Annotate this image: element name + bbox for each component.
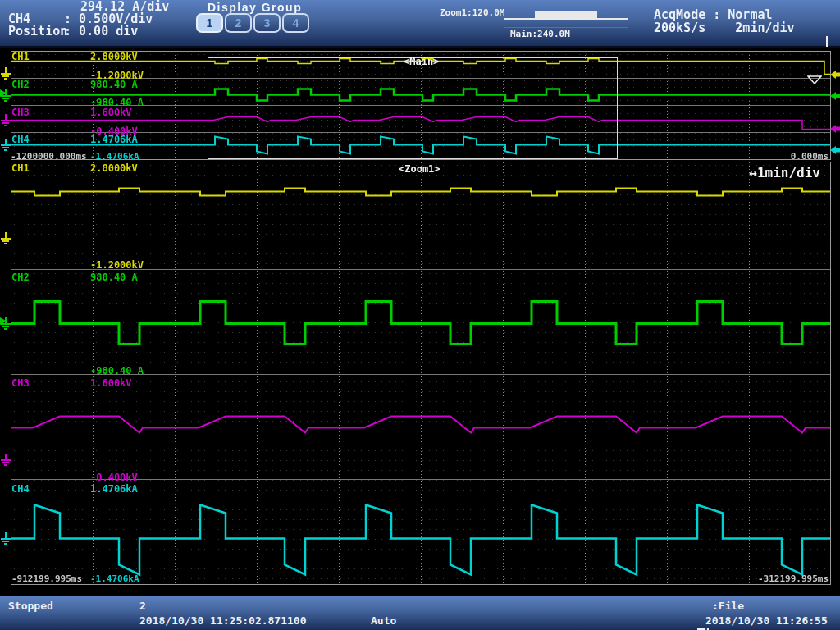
header-bar: 294.12 A/div CH4 : 0.500V/div Position :…: [0, 0, 840, 48]
zoom-ch1-ground-icon: [0, 232, 11, 244]
sample-rate-text: 200kS/s 2min/div: [654, 22, 795, 34]
zoom-ch1-label: CH1: [11, 163, 30, 173]
zoom-ch3-bottom-value: -0.400kV: [90, 472, 138, 482]
zoom-timebase-label: ↔1min/div: [749, 167, 820, 180]
main-left-timestamp: -1200000.000ms: [11, 152, 87, 161]
zoom-ch4-ground-icon: [0, 532, 11, 545]
main-view-title: <Main>: [404, 57, 439, 66]
main-ch1-ground-icon: [0, 67, 11, 80]
main-range-label: Main:240.0M: [510, 30, 570, 39]
zoom1-window-box[interactable]: [208, 57, 618, 159]
main-ch3-label: CH3: [11, 107, 30, 117]
position-label: Position: [8, 25, 67, 38]
zoom-ch3-label: CH3: [11, 378, 30, 388]
zoom-view-title: <Zoom1>: [399, 164, 441, 174]
main-ch3-top-value: 1.600kV: [90, 107, 132, 117]
main-ch4-bottom-value: -1.4706kA: [90, 152, 139, 161]
ch4-position-marker[interactable]: [830, 145, 840, 155]
zoom-ch3-ground-icon: [0, 454, 11, 466]
acquisition-datetime: 2018/10/30 11:25:02.871100: [139, 615, 307, 626]
display-group-button-4[interactable]: 4: [282, 13, 309, 33]
zoom-ch4-bottom-value: -1.4706kA: [90, 574, 139, 583]
main-ch4-top-value: 1.4706kA: [90, 135, 138, 144]
system-datetime: 2018/10/30 11:26:55: [705, 615, 828, 626]
main-ch3-ground-icon: [0, 114, 11, 126]
scope-screen: 294.12 A/div CH4 : 0.500V/div Position :…: [0, 0, 840, 630]
acquisition-state: Stopped: [8, 600, 53, 611]
status-bar: Stopped 2 2018/10/30 11:25:02.871100 Aut…: [0, 596, 840, 630]
display-group-button-2[interactable]: 2: [225, 13, 252, 33]
main-ch4-ground-icon: [0, 139, 11, 151]
zoom-ch2-label: CH2: [11, 272, 30, 282]
zoom-ch2-bottom-value: -980.40 A: [90, 366, 144, 376]
display-group-label: Display Group: [208, 2, 302, 13]
zoom-ch3-top-value: 1.600kV: [90, 378, 132, 388]
main-ch2-top-value: 980.40 A: [90, 80, 138, 89]
trigger-position-marker[interactable]: [807, 49, 839, 111]
main-ch2-label: CH2: [11, 80, 30, 89]
display-group-button-1[interactable]: 1: [196, 13, 223, 33]
zoom-bar-midline: [504, 18, 628, 20]
zoom-position-bar[interactable]: [504, 9, 628, 28]
zoom-right-timestamp: -312199.995ms: [758, 574, 829, 583]
trigger-mode: Auto: [371, 615, 396, 626]
file-label: :File: [712, 600, 744, 611]
zoom-left-timestamp: -912199.995ms: [11, 574, 82, 583]
display-group-button-3[interactable]: 3: [253, 13, 281, 33]
main-ch2-ground-icon: [0, 89, 11, 102]
zoom-ch1-top-value: 2.8000kV: [90, 163, 138, 173]
main-ch4-label: CH4: [11, 135, 30, 144]
main-ch1-label: CH1: [11, 52, 30, 62]
zoom-ch2-ground-icon: [0, 317, 11, 330]
acq-mode-text: AcqMode : Normal: [654, 9, 773, 21]
zoom-ch4-label: CH4: [11, 484, 30, 494]
zoom-window-fill[interactable]: [535, 11, 597, 18]
main-right-timestamp: 0.000ms: [791, 152, 829, 161]
zoom-range-label: Zoom1:120.0M: [440, 8, 504, 17]
position-value: : 0.00 div: [64, 25, 138, 38]
zoom-ch4-top-value: 1.4706kA: [90, 484, 138, 494]
main-ch1-top-value: 2.8000kV: [90, 52, 138, 62]
ch3-position-marker[interactable]: [830, 124, 840, 134]
zoom-ch1-bottom-value: -1.2000kV: [90, 260, 144, 270]
zoom-ch2-top-value: 980.40 A: [90, 272, 138, 282]
trigger-time-tick: [826, 36, 828, 47]
trigger-count: 2: [139, 600, 146, 611]
